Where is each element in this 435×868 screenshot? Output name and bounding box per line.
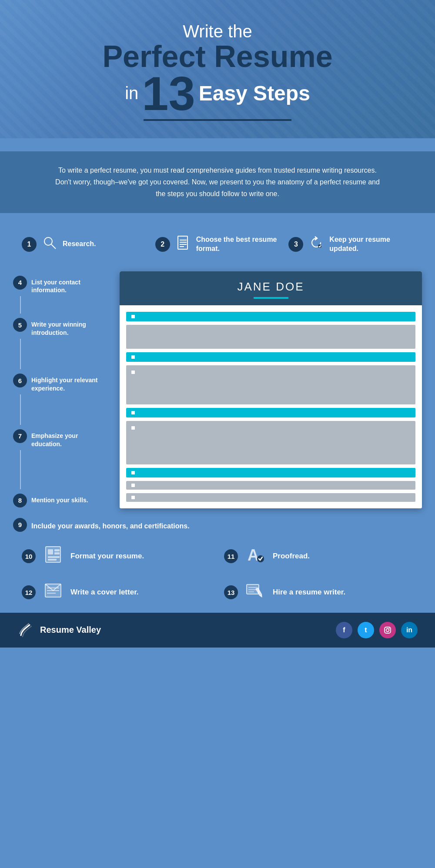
twitter-button[interactable]: t (358, 622, 374, 638)
header-in: in (125, 83, 138, 103)
writer-icon (244, 581, 266, 604)
resume-mock-container: JANE DOE (120, 271, 422, 508)
step-3-item: 3 Keep your resume updated. (288, 235, 413, 254)
bottom-steps-grid: 10 Format your resume. 11 A Proofread. (0, 536, 435, 613)
step-12-label: Write a cover letter. (70, 588, 139, 597)
header-line3: in 13 Easy Steps (35, 72, 400, 115)
step-2-label: Choose the best resume format. (196, 235, 280, 254)
header-line1: Write the (35, 22, 400, 41)
step-10-label: Format your resume. (70, 552, 144, 561)
resume-education-marker (131, 426, 135, 430)
step-5-entry: 5 Write your winning introduction. (13, 314, 104, 339)
step-7-label: Emphasize your education. (31, 429, 104, 448)
step-7-entry: 7 Emphasize your education. (13, 425, 104, 450)
svg-line-1 (51, 244, 56, 249)
step-6-number: 6 (13, 374, 27, 387)
resume-mock-body (120, 305, 422, 508)
step-11-number: 11 (224, 549, 238, 563)
resume-mock-header: JANE DOE (120, 271, 422, 305)
header-suffix: Easy Steps (199, 81, 310, 105)
resume-mock-name: JANE DOE (128, 280, 413, 294)
facebook-button[interactable]: f (336, 622, 352, 638)
svg-point-27 (386, 628, 389, 631)
step-9-label: Include your awards, honors, and certifi… (31, 519, 190, 531)
connector-6-7 (20, 394, 104, 425)
resume-experience-gray (126, 365, 415, 404)
step-5-label: Write your winning introduction. (31, 318, 104, 337)
proofread-icon: A (244, 545, 266, 568)
step-11-item: 11 A Proofread. (224, 545, 413, 568)
intro-text: To write a perfect resume, you must read… (52, 164, 383, 200)
step-2-item: 2 Choose the best resume format. (155, 235, 280, 254)
refresh-icon (308, 235, 324, 254)
linkedin-button[interactable]: in (401, 622, 418, 638)
connector-7-8 (20, 450, 104, 489)
step-6-entry: 6 Highlight your relevant experience. (13, 369, 104, 394)
header-line2: Perfect Resume (35, 41, 400, 72)
step-10-item: 10 Format your resume. (22, 545, 211, 568)
step-13-label: Hire a resume writer. (273, 588, 345, 597)
step-6-label: Highlight your relevant experience. (31, 374, 104, 393)
intro-section: To write a perfect resume, you must read… (0, 151, 435, 213)
svg-rect-9 (48, 549, 53, 554)
resume-education-gray (126, 421, 415, 464)
step-2-number: 2 (155, 237, 170, 252)
footer-brand-text: Resume Valley (40, 625, 101, 635)
footer: Resume Valley f t in (0, 613, 435, 648)
resume-skills-bar (126, 468, 415, 477)
resume-education-bar (126, 408, 415, 417)
step-4-number: 4 (13, 276, 27, 290)
step-3-label: Keep your resume updated. (329, 235, 413, 254)
resume-intro-gray (126, 325, 415, 349)
instagram-button[interactable] (379, 622, 396, 638)
step-10-number: 10 (22, 549, 36, 563)
svg-text:A: A (248, 546, 259, 564)
resume-intro-bar (126, 312, 415, 321)
document-icon (175, 235, 191, 254)
connector-4-5 (20, 296, 104, 314)
step-1-number: 1 (22, 237, 37, 252)
resume-name-underline (254, 297, 288, 299)
footer-social-links: f t in (336, 622, 418, 638)
step-1-item: 1 Research. (22, 235, 147, 254)
search-icon (42, 235, 57, 254)
header: Write the Perfect Resume in 13 Easy Step… (0, 0, 435, 138)
footer-logo: Resume Valley (17, 621, 101, 639)
steps-top-row: 1 Research. 2 Choose the (13, 226, 422, 267)
svg-rect-11 (54, 552, 60, 554)
step-13-number: 13 (224, 585, 238, 599)
format-icon (42, 545, 64, 568)
step-3-number: 3 (288, 237, 303, 252)
step-12-number: 12 (22, 585, 36, 599)
svg-rect-12 (48, 556, 60, 558)
step-9-row: 9 Include your awards, honors, and certi… (0, 509, 435, 536)
connector-5-6 (20, 339, 104, 369)
step-4-label: List your contact information. (31, 276, 104, 295)
header-number: 13 (142, 72, 195, 115)
resume-skills-gray-2 (126, 493, 415, 502)
step-8-entry: 8 Mention your skills. (13, 489, 104, 509)
resume-skills-gray-1 (126, 481, 415, 490)
steps-left-column: 4 List your contact information. 5 Write… (13, 271, 104, 509)
resume-experience-bar (126, 352, 415, 362)
cover-letter-icon (42, 581, 64, 604)
step-8-label: Mention your skills. (31, 494, 88, 504)
resume-mockup: JANE DOE (111, 271, 422, 509)
resume-valley-logo-icon (17, 621, 35, 639)
step-1-label: Research. (63, 240, 96, 249)
step-5-number: 5 (13, 318, 27, 332)
header-underline (144, 119, 291, 121)
steps-mockup-section: 4 List your contact information. 5 Write… (0, 271, 435, 509)
step-4-entry: 4 List your contact information. (13, 271, 104, 297)
step-9-number: 9 (13, 518, 27, 532)
step-8-number: 8 (13, 494, 27, 507)
svg-rect-10 (54, 549, 60, 551)
steps-row-1-3: 1 Research. 2 Choose the (0, 213, 435, 271)
svg-point-0 (44, 237, 52, 245)
svg-rect-13 (48, 559, 57, 561)
step-11-label: Proofread. (273, 552, 310, 561)
svg-point-28 (389, 628, 390, 628)
step-7-number: 7 (13, 429, 27, 443)
step-13-item: 13 Hire a resume writer. (224, 581, 413, 604)
step-12-item: 12 Write a cover letter. (22, 581, 211, 604)
